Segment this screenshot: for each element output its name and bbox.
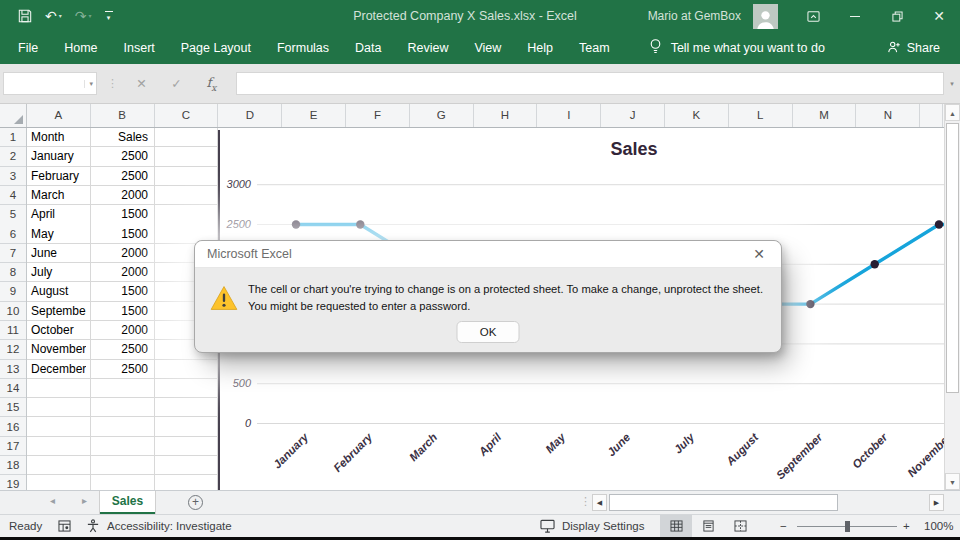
tab-help[interactable]: Help (514, 33, 566, 63)
cell-B6[interactable]: 1500 (91, 225, 151, 244)
scroll-right-icon[interactable]: ▶ (929, 494, 944, 511)
page-layout-view-button[interactable] (692, 515, 724, 537)
row-header-8[interactable]: 8 (0, 263, 26, 282)
column-header-k[interactable]: K (665, 104, 729, 127)
tab-file[interactable]: File (5, 33, 51, 63)
cell-B12[interactable]: 2500 (91, 340, 151, 359)
accessibility-icon[interactable] (86, 515, 100, 537)
cell-A12[interactable]: November (28, 340, 86, 359)
cell-A2[interactable]: January (28, 147, 86, 166)
cell-A6[interactable]: May (28, 225, 86, 244)
next-sheet-icon[interactable]: ▸ (82, 495, 87, 506)
ribbon-display-options-button[interactable] (792, 0, 834, 32)
undo-button[interactable]: ↶▾ (45, 9, 62, 23)
cell-B1[interactable]: Sales (91, 128, 151, 147)
cell-A3[interactable]: February (28, 167, 86, 186)
column-header-g[interactable]: G (410, 104, 474, 127)
ok-button[interactable]: OK (457, 321, 520, 343)
expand-formula-bar-icon[interactable]: ▾ (944, 80, 960, 88)
row-header-1[interactable]: 1 (0, 128, 26, 147)
row-header-17[interactable]: 17 (0, 437, 26, 456)
cell-B3[interactable]: 2500 (91, 167, 151, 186)
tab-home[interactable]: Home (51, 33, 110, 63)
cell-B10[interactable]: 1500 (91, 302, 151, 321)
dialog-close-icon[interactable]: ✕ (749, 245, 769, 263)
minimize-button[interactable] (834, 0, 876, 32)
cell-A13[interactable]: December (28, 360, 86, 379)
prev-sheet-icon[interactable]: ◂ (50, 495, 55, 506)
column-header-e[interactable]: E (282, 104, 346, 127)
tab-data[interactable]: Data (342, 33, 394, 63)
column-header-f[interactable]: F (346, 104, 410, 127)
column-header-j[interactable]: J (601, 104, 665, 127)
cell-A11[interactable]: October (28, 321, 86, 340)
cell-A8[interactable]: July (28, 263, 86, 282)
macro-record-icon[interactable] (58, 515, 71, 537)
column-header-c[interactable]: C (155, 104, 219, 127)
row-header-3[interactable]: 3 (0, 167, 26, 186)
cell-B4[interactable]: 2000 (91, 186, 151, 205)
row-header-13[interactable]: 13 (0, 360, 26, 379)
cell-A7[interactable]: June (28, 244, 86, 263)
row-header-14[interactable]: 14 (0, 379, 26, 398)
cell-A10[interactable]: September (28, 302, 86, 321)
restore-button[interactable] (876, 0, 918, 32)
dialog-title-bar[interactable]: Microsoft Excel ✕ (195, 241, 781, 268)
enter-formula-icon[interactable]: ✓ (159, 76, 194, 91)
column-header-a[interactable]: A (27, 104, 91, 127)
cell-A5[interactable]: April (28, 205, 86, 224)
tab-team[interactable]: Team (566, 33, 623, 63)
cell-B7[interactable]: 2000 (91, 244, 151, 263)
close-button[interactable]: ✕ (918, 0, 960, 32)
row-header-11[interactable]: 11 (0, 321, 26, 340)
column-header-i[interactable]: I (537, 104, 601, 127)
column-header-partial[interactable] (920, 104, 943, 127)
name-box-dropdown-icon[interactable]: ▾ (84, 80, 93, 88)
save-icon[interactable] (18, 9, 32, 23)
cancel-formula-icon[interactable]: ✕ (124, 76, 159, 91)
cell-B9[interactable]: 1500 (91, 282, 151, 301)
row-header-12[interactable]: 12 (0, 340, 26, 359)
cell-A4[interactable]: March (28, 186, 86, 205)
tab-formulas[interactable]: Formulas (264, 33, 342, 63)
cell-B2[interactable]: 2500 (91, 147, 151, 166)
insert-function-icon[interactable]: fx (194, 75, 229, 93)
select-all-button[interactable] (0, 104, 27, 127)
tab-page-layout[interactable]: Page Layout (168, 33, 264, 63)
row-header-5[interactable]: 5 (0, 205, 26, 224)
column-header-n[interactable]: N (856, 104, 920, 127)
scroll-up-icon[interactable]: ▲ (945, 104, 960, 121)
row-header-18[interactable]: 18 (0, 456, 26, 475)
normal-view-button[interactable] (660, 515, 692, 537)
user-avatar[interactable] (753, 4, 778, 29)
tell-me-box[interactable]: Tell me what you want to do (649, 38, 825, 58)
customize-qat-icon[interactable]: ▾ (105, 11, 113, 21)
cell-A9[interactable]: August (28, 282, 86, 301)
row-header-10[interactable]: 10 (0, 302, 26, 321)
scroll-left-icon[interactable]: ◀ (592, 494, 607, 511)
cell-B13[interactable]: 2500 (91, 360, 151, 379)
row-header-4[interactable]: 4 (0, 186, 26, 205)
column-header-d[interactable]: D (218, 104, 282, 127)
column-header-m[interactable]: M (793, 104, 857, 127)
horizontal-scrollbar[interactable]: ◀ ▶ (592, 491, 945, 514)
row-header-7[interactable]: 7 (0, 244, 26, 263)
row-header-16[interactable]: 16 (0, 418, 26, 437)
cell-A1[interactable]: Month (28, 128, 86, 147)
zoom-slider-thumb[interactable] (845, 521, 850, 532)
column-header-h[interactable]: H (474, 104, 538, 127)
signed-in-user[interactable]: Mario at GemBox (648, 9, 741, 23)
new-sheet-button[interactable]: + (188, 495, 203, 510)
row-header-15[interactable]: 15 (0, 398, 26, 417)
column-header-l[interactable]: L (729, 104, 793, 127)
scroll-down-icon[interactable]: ▼ (945, 473, 960, 490)
row-header-9[interactable]: 9 (0, 282, 26, 301)
redo-button[interactable]: ↷▾ (75, 9, 92, 23)
tab-insert[interactable]: Insert (111, 33, 168, 63)
formula-input[interactable] (236, 72, 944, 95)
column-header-b[interactable]: B (91, 104, 155, 127)
row-header-19[interactable]: 19 (0, 475, 26, 490)
row-header-2[interactable]: 2 (0, 147, 26, 166)
zoom-level[interactable]: 100% (924, 515, 953, 537)
share-button[interactable]: Share (887, 40, 940, 57)
